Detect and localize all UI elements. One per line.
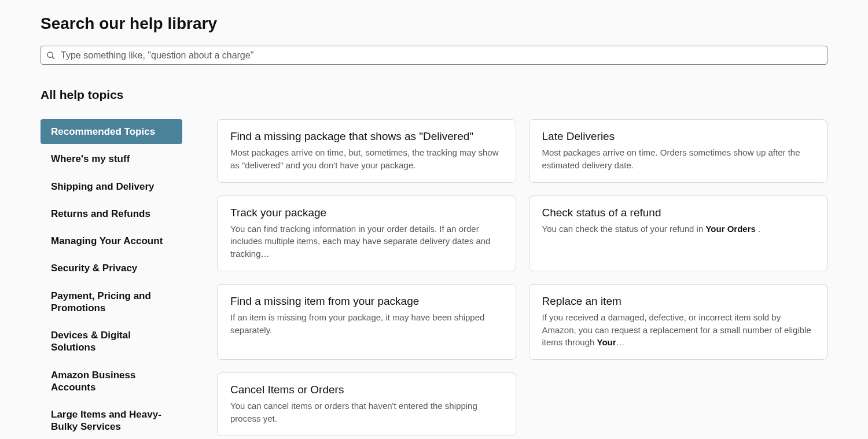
sidebar-item-label: Managing Your Account	[51, 235, 163, 246]
sidebar-item[interactable]: Payment, Pricing and Promotions	[41, 283, 182, 321]
card-title: Check status of a refund	[542, 206, 815, 219]
sidebar-item-label: Recommended Topics	[51, 126, 155, 137]
help-card[interactable]: Check status of a refundYou can check th…	[529, 195, 828, 271]
card-grid: Find a missing package that shows as "De…	[217, 119, 827, 439]
sidebar-item[interactable]: Devices & Digital Solutions	[41, 323, 182, 360]
sidebar-item-label: Returns and Refunds	[51, 208, 150, 219]
card-desc-bold: Your Orders	[705, 224, 755, 234]
help-card[interactable]: Late DeliveriesMost packages arrive on t…	[529, 119, 828, 183]
sidebar-item[interactable]: Large Items and Heavy-Bulky Services	[41, 402, 182, 439]
sidebar-item[interactable]: Managing Your Account	[41, 228, 182, 253]
search-field-wrap	[41, 46, 827, 65]
search-icon	[46, 51, 56, 60]
search-input[interactable]	[41, 46, 827, 65]
card-desc: Most packages arrive on time. Orders som…	[542, 146, 815, 172]
help-card[interactable]: Replace an itemIf you received a damaged…	[529, 284, 828, 360]
sidebar-item-label: Where's my stuff	[51, 153, 130, 164]
sidebar-item-label: Security & Privacy	[51, 263, 137, 274]
card-title: Track your package	[230, 206, 503, 219]
help-card[interactable]: Track your packageYou can find tracking …	[217, 195, 516, 271]
content-layout: Recommended TopicsWhere's my stuffShippi…	[41, 119, 827, 439]
card-desc: Most packages arrive on time, but, somet…	[230, 146, 503, 172]
card-desc-pre: You can check the status of your refund …	[542, 224, 706, 234]
sidebar-item-label: Amazon Business Accounts	[51, 370, 135, 393]
section-title: All help topics	[41, 88, 827, 102]
sidebar-item[interactable]: Returns and Refunds	[41, 201, 182, 226]
sidebar: Recommended TopicsWhere's my stuffShippi…	[41, 119, 182, 439]
sidebar-item[interactable]: Where's my stuff	[41, 146, 182, 171]
sidebar-item-label: Shipping and Delivery	[51, 181, 155, 192]
card-title: Find a missing package that shows as "De…	[230, 130, 503, 143]
sidebar-item-label: Payment, Pricing and Promotions	[51, 290, 151, 313]
sidebar-item[interactable]: Recommended Topics	[41, 119, 182, 144]
card-desc-post: .	[756, 224, 760, 234]
card-desc: If an item is missing from your package,…	[230, 311, 503, 337]
help-card[interactable]: Find a missing package that shows as "De…	[217, 119, 516, 183]
sidebar-item[interactable]: Amazon Business Accounts	[41, 363, 182, 400]
card-title: Late Deliveries	[542, 130, 815, 143]
card-desc-bold: Your	[597, 337, 616, 347]
help-card[interactable]: Find a missing item from your packageIf …	[217, 284, 516, 360]
svg-line-1	[52, 57, 54, 59]
card-title: Find a missing item from your package	[230, 295, 503, 308]
sidebar-item[interactable]: Shipping and Delivery	[41, 174, 182, 199]
card-desc: You can cancel items or orders that have…	[230, 400, 503, 425]
sidebar-item-label: Large Items and Heavy-Bulky Services	[51, 409, 161, 432]
card-desc: You can find tracking information in you…	[230, 223, 503, 260]
card-desc: You can check the status of your refund …	[542, 223, 815, 235]
page-title: Search our help library	[41, 14, 827, 33]
card-desc-pre: If you received a damaged, defective, or…	[542, 312, 811, 348]
card-title: Replace an item	[542, 295, 815, 308]
card-desc-post: …	[616, 337, 625, 347]
sidebar-item-label: Devices & Digital Solutions	[51, 330, 131, 353]
svg-point-0	[47, 52, 53, 57]
sidebar-item[interactable]: Security & Privacy	[41, 256, 182, 281]
help-card[interactable]: Cancel Items or OrdersYou can cancel ite…	[217, 372, 516, 436]
card-title: Cancel Items or Orders	[230, 383, 503, 396]
card-desc: If you received a damaged, defective, or…	[542, 311, 815, 349]
